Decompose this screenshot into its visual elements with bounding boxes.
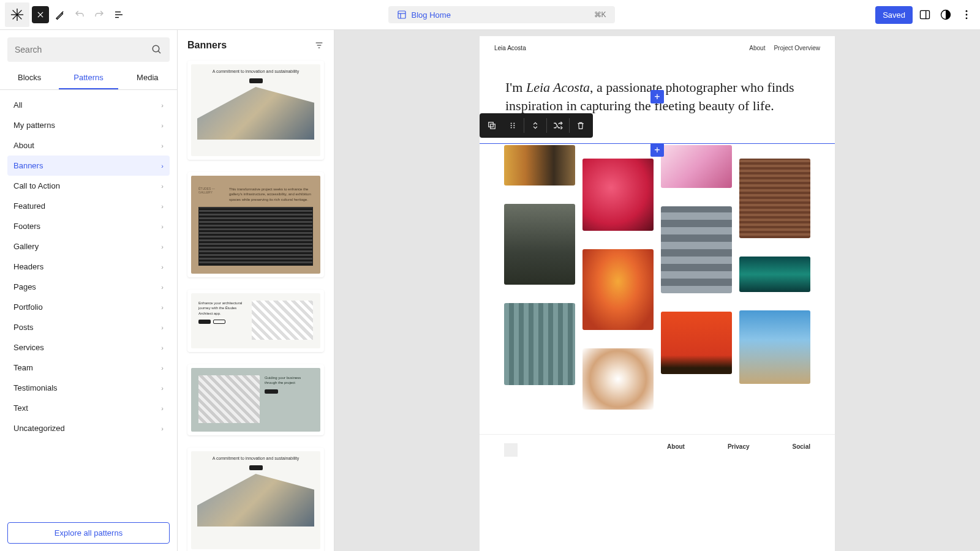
search-field[interactable]: [7, 37, 170, 62]
tools-button[interactable]: [51, 6, 69, 23]
gallery-image[interactable]: [739, 257, 810, 292]
category-services[interactable]: Services›: [7, 337, 170, 358]
more-options-button[interactable]: [958, 6, 975, 23]
close-inserter-button[interactable]: [32, 6, 49, 23]
chevron-right-icon: ›: [161, 405, 164, 412]
undo-button[interactable]: [71, 6, 88, 23]
gallery-image[interactable]: [582, 348, 654, 410]
move-up-down-icon[interactable]: [526, 116, 545, 135]
pattern-preview[interactable]: A commitment to innovation and sustainab…: [187, 448, 324, 551]
explore-all-patterns-button[interactable]: Explore all patterns: [7, 522, 170, 544]
footer-logo: [504, 443, 518, 457]
layout-icon: [397, 10, 407, 20]
gallery-image[interactable]: [739, 310, 810, 384]
svg-point-18: [153, 45, 159, 52]
page-label: Blog Home: [412, 10, 451, 20]
category-pages[interactable]: Pages›: [7, 277, 170, 297]
category-posts[interactable]: Posts›: [7, 317, 170, 337]
chevron-right-icon: ›: [161, 263, 164, 271]
add-block-button[interactable]: +: [650, 90, 664, 103]
site-title[interactable]: Leia Acosta: [494, 45, 526, 51]
block-toolbar: [480, 113, 593, 138]
footer-col-about[interactable]: About: [667, 443, 685, 450]
gallery-image[interactable]: [661, 145, 732, 188]
delete-icon[interactable]: [571, 116, 590, 135]
footer-col-privacy[interactable]: Privacy: [728, 443, 750, 450]
page-selector[interactable]: Blog Home ⌘K: [388, 6, 615, 23]
gallery-image[interactable]: [582, 159, 654, 231]
pattern-preview[interactable]: A commitment to innovation and sustainab…: [187, 61, 324, 160]
nav-link[interactable]: About: [749, 45, 765, 51]
category-banners[interactable]: Banners›: [7, 156, 170, 176]
chevron-right-icon: ›: [161, 425, 164, 432]
shortcut-hint: ⌘K: [594, 10, 606, 19]
category-gallery[interactable]: Gallery›: [7, 236, 170, 257]
category-portfolio[interactable]: Portfolio›: [7, 297, 170, 317]
svg-rect-23: [489, 122, 494, 127]
add-block-button[interactable]: +: [650, 143, 664, 157]
svg-point-15: [966, 10, 968, 12]
svg-point-26: [513, 122, 514, 124]
footer-col-social[interactable]: Social: [793, 443, 810, 450]
chevron-right-icon: ›: [161, 223, 164, 230]
category-featured[interactable]: Featured›: [7, 196, 170, 216]
chevron-right-icon: ›: [161, 102, 164, 109]
redo-button[interactable]: [91, 6, 108, 23]
svg-rect-9: [398, 11, 405, 18]
category-my-patterns[interactable]: My patterns›: [7, 115, 170, 135]
shuffle-icon[interactable]: [548, 116, 568, 135]
pattern-preview[interactable]: Enhance your architectural journey with …: [187, 290, 324, 352]
gallery-block[interactable]: [480, 127, 835, 434]
svg-point-27: [511, 125, 512, 126]
chevron-right-icon: ›: [161, 162, 164, 170]
document-overview-button[interactable]: [110, 6, 127, 23]
styles-button[interactable]: [937, 6, 954, 23]
tab-media[interactable]: Media: [118, 67, 177, 89]
svg-rect-12: [921, 10, 930, 18]
settings-panel-toggle[interactable]: [916, 6, 933, 23]
tab-blocks[interactable]: Blocks: [0, 67, 59, 89]
category-footers[interactable]: Footers›: [7, 216, 170, 236]
pattern-preview[interactable]: ÉTUDES — GALLERYThis transformative proj…: [187, 172, 324, 277]
nav-link[interactable]: Project Overview: [774, 45, 820, 51]
group-icon[interactable]: [482, 116, 502, 135]
site-logo[interactable]: [5, 2, 29, 27]
category-headers[interactable]: Headers›: [7, 257, 170, 277]
chevron-right-icon: ›: [161, 203, 164, 210]
category-about[interactable]: About›: [7, 135, 170, 156]
category-all[interactable]: All›: [7, 95, 170, 115]
saved-button[interactable]: Saved: [875, 6, 913, 24]
gallery-image[interactable]: [504, 303, 575, 385]
patterns-panel: Banners A commitment to innovation and s…: [178, 30, 334, 551]
pattern-preview[interactable]: Guiding your business through the projec…: [187, 364, 324, 435]
site-footer: About Privacy Social: [480, 434, 835, 465]
gallery-image[interactable]: [504, 145, 575, 186]
gallery-image[interactable]: [739, 159, 810, 238]
tab-patterns[interactable]: Patterns: [59, 67, 118, 89]
svg-point-17: [966, 17, 968, 19]
category-uncategorized[interactable]: Uncategorized›: [7, 418, 170, 438]
chevron-right-icon: ›: [161, 182, 164, 190]
editor-canvas[interactable]: Leia Acosta About Project Overview I'm L…: [334, 30, 980, 551]
chevron-right-icon: ›: [161, 364, 164, 372]
chevron-right-icon: ›: [161, 384, 164, 392]
filter-icon[interactable]: [314, 40, 324, 50]
gallery-image[interactable]: [661, 206, 732, 293]
gallery-image[interactable]: [504, 204, 575, 285]
svg-point-16: [966, 14, 968, 16]
category-team[interactable]: Team›: [7, 358, 170, 378]
category-list: All› My patterns› About› Banners› Call t…: [7, 95, 170, 515]
page-content: Leia Acosta About Project Overview I'm L…: [480, 36, 835, 551]
search-input[interactable]: [15, 45, 146, 54]
category-call-to-action[interactable]: Call to Action›: [7, 176, 170, 196]
gallery-image[interactable]: [582, 249, 654, 330]
site-nav: About Project Overview: [749, 45, 820, 51]
category-text[interactable]: Text›: [7, 398, 170, 418]
chevron-right-icon: ›: [161, 324, 164, 331]
gallery-image[interactable]: [661, 312, 732, 374]
top-toolbar: Blog Home ⌘K Saved: [0, 0, 980, 30]
svg-rect-24: [491, 124, 496, 129]
drag-handle-icon[interactable]: [503, 116, 522, 135]
svg-point-28: [513, 125, 514, 126]
category-testimonials[interactable]: Testimonials›: [7, 378, 170, 398]
